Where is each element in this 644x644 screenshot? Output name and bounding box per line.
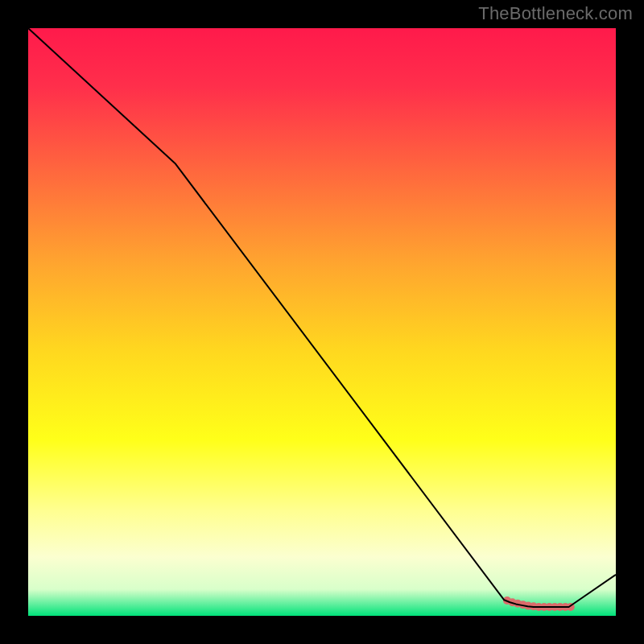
bottleneck-chart bbox=[0, 0, 644, 644]
chart-frame: TheBottleneck.com bbox=[0, 0, 644, 644]
plot-background bbox=[28, 28, 616, 616]
